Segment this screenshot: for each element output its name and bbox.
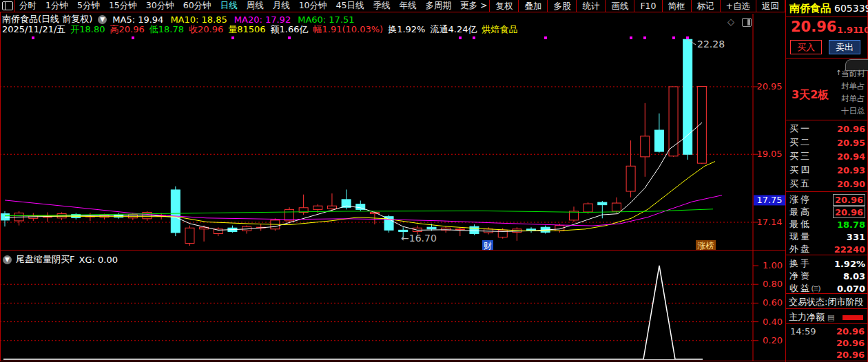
period-tab-30分钟[interactable]: 30分钟 [146,0,174,12]
tool-button-+自选[interactable]: +自选 [720,0,756,12]
signal-dot [132,36,134,39]
y-axis-label: 0.60 [763,297,783,308]
signal-spike [643,266,675,359]
stat-label: 涨停 [789,193,812,206]
period-tab-15分钟[interactable]: 15分钟 [109,0,137,12]
stat-value: 1.92% [834,259,865,269]
indicator-title: 尾盘缩量阴买F [16,253,74,266]
stat-row-现量: 现量331 [786,231,868,243]
period-tab-多周期[interactable]: 多周期 [425,0,451,12]
signal-dot [288,36,291,39]
left-border [0,12,1,361]
period-tab-60分钟[interactable]: 60分钟 [183,0,211,12]
list-icon[interactable]: ▤ [827,313,834,322]
stat-value: 20.96 [833,206,865,218]
tool-button-返回[interactable]: 返回 [756,0,785,12]
indicator-header: ▼ 尾盘缩量阴买F XG: 0.00 [3,253,118,266]
candle-body [641,136,650,157]
signal-dot [672,36,675,39]
tool-button-画线[interactable]: 画线 [605,0,634,12]
window-layout-icon[interactable] [2,1,13,10]
candle-body [427,227,436,229]
stat-label: 最高 [789,206,812,218]
signal-dot [686,36,689,39]
period-tab-5分钟[interactable]: 5分钟 [77,0,100,12]
price-change-pct: 10.03% [858,25,868,35]
stat-row-净资: 净资8.03 [786,270,868,282]
period-tab-分时[interactable]: 分时 [19,0,37,12]
tool-button-复权[interactable]: 复权 [489,0,518,12]
main-force-bar [843,315,863,320]
bid-row-买五[interactable]: 买五20.90 [786,177,868,191]
stock-name-row: 南侨食品605339 [789,2,868,15]
bid-row-买三[interactable]: 买三20.94 [786,149,868,163]
bid-price: 20.96 [837,124,865,134]
price-highlight-label: 17.75 [756,195,782,205]
board-info-line: 当前封 [841,69,865,79]
board-info-line: 封单占 [841,81,865,92]
tick-price: 20.96 [836,350,865,360]
tool-buttons: 复权叠加多股统计画线F10简框标记+自选返回 [489,0,785,12]
board-info-line: 封单占 [841,94,865,104]
period-tab-10分钟[interactable]: 10分钟 [299,0,327,12]
period-tab-45日线[interactable]: 45日线 [336,0,364,12]
main-force-row: 主力净额 ▤ [789,311,868,323]
period-tab-更多 >[interactable]: 更多 > [460,0,487,12]
trading-app-window: 分时1分钟5分钟15分钟30分钟60分钟日线周线月线10分钟45日线季线年线多周… [0,0,868,362]
indicator-chart[interactable]: 1.000.800.600.400.20 [0,251,785,362]
tick-price: 20.96 [836,326,865,337]
stat-value: 331 [847,232,865,242]
stock-code: 605339 [834,3,868,14]
candle-body [626,166,635,191]
toolbar-separator [14,0,15,12]
y-axis-label: 20.95 [756,81,782,92]
chart-badge: 财 [484,241,492,250]
tool-button-统计[interactable]: 统计 [576,0,605,12]
signal-dot [473,36,475,39]
tick-row: 20.96 [786,350,868,360]
pane-divider [0,250,786,251]
tool-button-多股[interactable]: 多股 [547,0,576,12]
bid-price: 20.93 [837,165,865,175]
period-tab-1分钟[interactable]: 1分钟 [45,0,68,12]
period-tab-月线[interactable]: 月线 [273,0,290,12]
stat-label: 外盘 [789,243,812,255]
tool-button-叠加[interactable]: 叠加 [518,0,547,12]
period-tab-季线[interactable]: 季线 [373,0,390,12]
divider [786,120,868,120]
period-toolbar: 分时1分钟5分钟15分钟30分钟60分钟日线周线月线10分钟45日线季线年线多周… [0,0,785,12]
bid-label: 买三 [789,150,812,162]
candle-body [654,130,663,151]
stat-label: 最低 [789,218,812,231]
buy-button[interactable]: 买入 [790,40,822,54]
period-tab-日线[interactable]: 日线 [220,0,238,12]
stat-value: 22240 [834,244,865,255]
y-axis-label: 0.40 [763,317,783,327]
sell-button[interactable]: 卖出 [829,40,860,54]
bid-row-买四[interactable]: 买四20.93 [786,163,868,177]
bid-row-买二[interactable]: 买二20.95 [786,136,868,149]
limit-up-board-badge: 3天2板 [792,88,829,103]
tool-button-F10[interactable]: F10 [634,0,661,12]
candlestick-chart[interactable]: 20.9519.0517.1417.7522.28←16.70财涨榜 [0,12,785,250]
signal-dot [643,36,646,39]
tool-button-标记[interactable]: 标记 [691,0,720,12]
candle-body [455,229,464,230]
stat-label: 现量 [789,231,812,243]
signal-dot [231,36,234,39]
bid-row-买一[interactable]: 买一20.96 [786,122,868,136]
stat-label: 净资 [789,270,812,282]
period-tab-年线[interactable]: 年线 [399,0,416,12]
main-force-label: 主力净额 [789,311,825,323]
signal-dot [459,36,462,39]
ma-line-ma60 [5,209,713,216]
chevron-down-icon[interactable]: ▼ [3,255,12,264]
candle-body [470,226,479,233]
ma-line-ma5 [5,123,702,231]
bid-label: 买二 [789,136,812,149]
period-tab-周线[interactable]: 周线 [247,0,264,12]
candle-body [598,202,607,205]
divider [786,17,868,17]
y-axis-label: 17.14 [756,217,782,227]
tool-button-简框[interactable]: 简框 [662,0,691,12]
